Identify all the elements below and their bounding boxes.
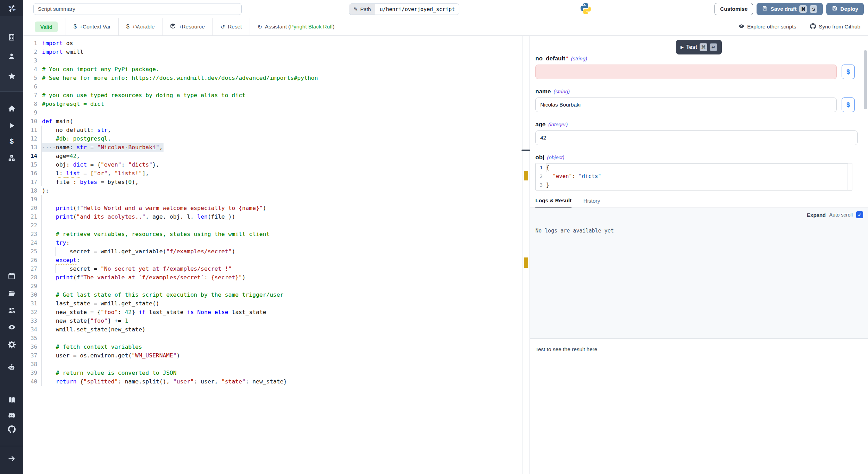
code-line[interactable]: 4# You can import any PyPi package. <box>23 65 522 74</box>
form-scrollbar[interactable] <box>864 50 867 109</box>
github-icon[interactable] <box>0 423 23 435</box>
path-edit-segment[interactable]: ✎ Path <box>349 4 375 15</box>
json-editor-scrollbar[interactable] <box>848 163 852 190</box>
pencil-icon: ✎ <box>353 6 358 12</box>
tab-logs-result[interactable]: Logs & Result <box>535 197 571 208</box>
code-line[interactable]: 30 # Get last state of this script execu… <box>23 290 522 299</box>
add-variable-button[interactable]: $ +Variable <box>119 18 162 36</box>
code-line[interactable]: 36 # fetch context variables <box>23 342 522 351</box>
code-line[interactable]: 10def main( <box>23 117 522 126</box>
code-line[interactable]: 35 <box>23 334 522 342</box>
insert-variable-button[interactable]: $ <box>842 98 855 112</box>
field-type: (integer) <box>548 121 568 127</box>
code-line[interactable]: 38 <box>23 360 522 369</box>
code-line[interactable]: 26 except: <box>23 256 522 264</box>
script-summary-input[interactable] <box>33 3 242 15</box>
code-line[interactable]: 37 user = os.environ.get("WM_USERNAME") <box>23 351 522 360</box>
windmill-logo-icon[interactable] <box>0 2 23 15</box>
kbd-cmd: ⌘ <box>700 43 707 51</box>
code-line[interactable]: 24 try: <box>23 238 522 247</box>
field-obj: obj (object) <box>535 154 858 161</box>
json-line[interactable]: 3} <box>536 181 852 189</box>
code-line[interactable]: 21 print("and its acolytes..", age, obj,… <box>23 212 522 221</box>
code-line[interactable]: 40 return {"splitted": name.split(), "us… <box>23 377 522 386</box>
code-line[interactable]: 18): <box>23 186 522 195</box>
json-line[interactable]: 2 "even": "dicts" <box>536 172 852 181</box>
code-line[interactable]: 25 secret = wmill.get_variable("f/exampl… <box>23 247 522 256</box>
deploy-button[interactable]: Deploy <box>826 3 864 15</box>
code-line[interactable]: 39 # return value is converted to JSON <box>23 369 522 377</box>
panel-resize-handle[interactable] <box>521 150 530 151</box>
no-default-input[interactable] <box>535 65 837 79</box>
obj-json-editor[interactable]: 1{2 "even": "dicts"3} <box>535 163 852 191</box>
schedules-calendar-icon[interactable] <box>0 270 23 282</box>
home-icon[interactable] <box>0 102 23 115</box>
kbd-cmd: ⌘ <box>799 5 807 13</box>
refresh-icon: ↻ <box>258 24 262 30</box>
code-line[interactable]: 29 <box>23 282 522 290</box>
code-line[interactable]: 28 print(f"The variable at `f/examples/s… <box>23 273 522 282</box>
user-icon[interactable] <box>0 50 23 62</box>
collapse-arrow-icon[interactable] <box>0 452 23 465</box>
path-control[interactable]: ✎ Path u/henri/overjoyed_script <box>349 3 459 15</box>
code-line[interactable]: 32 new_state = {"foo": 42} if last_state… <box>23 308 522 316</box>
name-input[interactable] <box>535 98 837 112</box>
play-icon: ▶ <box>681 45 684 50</box>
code-line[interactable]: 19 <box>23 195 522 204</box>
expand-button[interactable]: Expand <box>807 212 826 218</box>
add-context-var-button[interactable]: $ +Context Var <box>66 18 118 36</box>
code-line[interactable]: 3 <box>23 56 522 65</box>
code-line[interactable]: 33 new_state["foo"] += 1 <box>23 316 522 325</box>
runs-play-icon[interactable] <box>0 119 23 132</box>
tab-history[interactable]: History <box>583 198 600 207</box>
code-line[interactable]: 23 # retrieve variables, resources, stat… <box>23 230 522 238</box>
code-line[interactable]: 34 wmill.set_state(new_state) <box>23 325 522 334</box>
code-line[interactable]: 20 print(f"Hello World and a warm welcom… <box>23 204 522 212</box>
dollar-icon: $ <box>126 24 130 30</box>
code-line[interactable]: 31 last_state = wmill.get_state() <box>23 299 522 308</box>
save-draft-button[interactable]: Save draft ⌘ S <box>757 3 823 15</box>
groups-users-icon[interactable] <box>0 304 23 317</box>
assistant-robot-icon[interactable] <box>0 361 23 374</box>
json-line[interactable]: 1{ <box>536 163 852 172</box>
discord-icon[interactable] <box>0 409 23 422</box>
code-line[interactable]: 5# See here for more info: https://docs.… <box>23 74 522 82</box>
autoscroll-checkbox[interactable]: ✓ <box>856 211 863 218</box>
code-line[interactable]: 27 secret = "No secret yet at f/examples… <box>23 264 522 273</box>
favorites-star-icon[interactable] <box>0 70 23 83</box>
code-line[interactable]: 6 <box>23 82 522 91</box>
docs-book-icon[interactable] <box>0 394 23 406</box>
workspace-icon[interactable] <box>0 31 23 43</box>
code-line[interactable]: 2import wmill <box>23 48 522 56</box>
sync-from-github-link[interactable]: Sync from Github <box>810 23 860 31</box>
variables-dollar-icon[interactable]: $ <box>0 135 23 147</box>
customise-button[interactable]: Customise <box>715 3 753 15</box>
code-line[interactable]: 22 <box>23 221 522 230</box>
editor-toolbar: Valid $ +Context Var $ +Variable +Resour… <box>23 18 868 36</box>
code-line[interactable]: 14 age=42, <box>23 152 522 160</box>
code-line[interactable]: 12 #db: postgresql, <box>23 134 522 143</box>
code-line[interactable]: 9 <box>23 108 522 117</box>
code-line[interactable]: 8#postgresql = dict <box>23 100 522 108</box>
add-resource-button[interactable]: +Resource <box>162 18 212 36</box>
folders-icon[interactable] <box>0 287 23 299</box>
reset-button[interactable]: ↺ Reset <box>213 18 250 36</box>
test-button[interactable]: ▶ Test ⌘ ↵ <box>676 40 722 54</box>
code-line[interactable]: 17 file_: bytes = bytes(0), <box>23 178 522 186</box>
settings-gear-icon[interactable] <box>0 338 23 351</box>
code-line[interactable]: 11 no_default: str, <box>23 126 522 134</box>
code-editor[interactable]: 1import os2import wmill34# You can impor… <box>23 36 522 474</box>
age-input[interactable] <box>535 130 858 145</box>
assistant-button[interactable]: ↻ Assistant (Pyright Black Ruff) <box>250 18 342 36</box>
field-age: age (integer) <box>535 121 858 145</box>
resources-cubes-icon[interactable] <box>0 152 23 164</box>
code-line[interactable]: 13····name: str = "Nicolas·Bourbaki", <box>23 143 522 152</box>
logs-panel: Expand Auto scroll ✓ No logs are availab… <box>530 208 868 339</box>
audit-eye-icon[interactable] <box>0 321 23 333</box>
code-line[interactable]: 16 l: list = ["or", "lists!"], <box>23 169 522 178</box>
code-line[interactable]: 7# you can use typed resources by doing … <box>23 91 522 100</box>
code-line[interactable]: 15 obj: dict = {"even": "dicts"}, <box>23 160 522 169</box>
insert-variable-button[interactable]: $ <box>842 65 855 79</box>
explore-other-scripts-link[interactable]: Explore other scripts <box>738 23 796 31</box>
code-line[interactable]: 1import os <box>23 39 522 48</box>
